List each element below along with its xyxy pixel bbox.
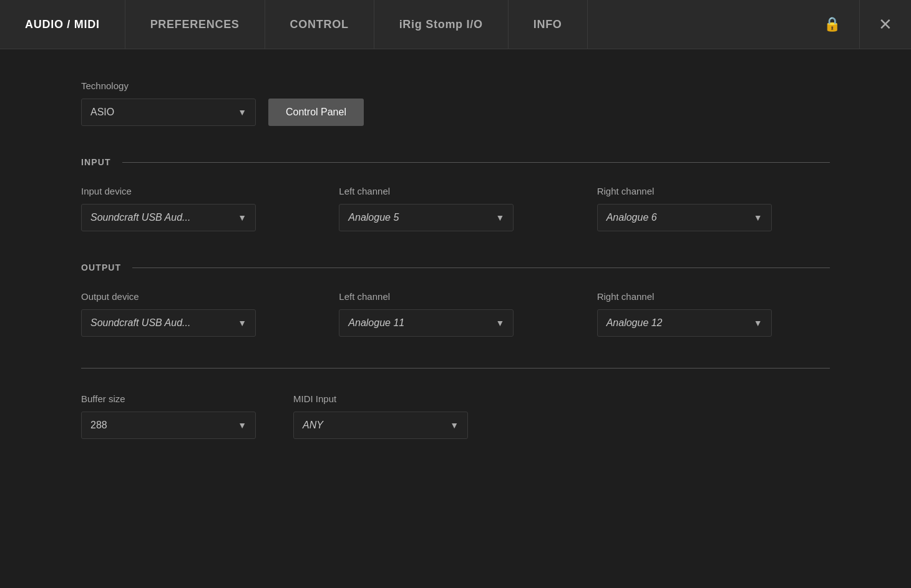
close-button[interactable]: ✕ — [859, 0, 911, 49]
midi-col: MIDI Input ANY ▼ — [293, 393, 468, 439]
tab-info[interactable]: INFO — [509, 0, 588, 49]
technology-value: ASIO — [90, 107, 114, 118]
output-right-channel-label: Right channel — [597, 291, 830, 302]
output-left-out-chevron-icon: ▼ — [495, 318, 504, 328]
input-left-channel-dropdown[interactable]: Analogue 5 ▼ — [339, 204, 514, 231]
output-left-channel-dropdown[interactable]: Analogue 11 ▼ — [339, 309, 514, 337]
tab-control[interactable]: CONTROL — [265, 0, 374, 49]
output-device-chevron-icon: ▼ — [238, 318, 246, 328]
technology-row: ASIO ▼ Control Panel — [81, 99, 830, 126]
input-device-value: Soundcraft USB Aud... — [90, 212, 190, 223]
input-left-chevron-icon: ▼ — [495, 213, 504, 223]
output-left-channel-label: Left channel — [339, 291, 572, 302]
buffer-value: 288 — [90, 420, 107, 431]
input-right-chevron-icon: ▼ — [754, 213, 762, 223]
output-section-label: OUTPUT — [81, 263, 121, 272]
input-right-channel-value: Analogue 6 — [607, 212, 657, 223]
midi-label: MIDI Input — [293, 393, 468, 404]
buffer-col: Buffer size 288 ▼ — [81, 393, 256, 439]
output-right-channel-value: Analogue 12 — [607, 317, 663, 329]
output-device-value: Soundcraft USB Aud... — [90, 317, 190, 329]
lock-icon[interactable]: 🔒 — [805, 0, 859, 49]
input-device-dropdown[interactable]: Soundcraft USB Aud... ▼ — [81, 204, 256, 231]
midi-chevron-icon: ▼ — [450, 420, 459, 430]
input-section-divider: INPUT — [81, 157, 830, 167]
output-device-row: Output device Soundcraft USB Aud... ▼ Le… — [81, 291, 830, 337]
output-device-col: Output device Soundcraft USB Aud... ▼ — [81, 291, 314, 337]
technology-dropdown[interactable]: ASIO ▼ — [81, 99, 256, 126]
output-divider-line — [132, 267, 830, 268]
midi-dropdown[interactable]: ANY ▼ — [293, 412, 468, 439]
input-section-label: INPUT — [81, 157, 111, 167]
midi-value: ANY — [303, 420, 323, 431]
buffer-label: Buffer size — [81, 393, 256, 404]
tab-preferences[interactable]: PREFERENCES — [125, 0, 265, 49]
input-right-channel-col: Right channel Analogue 6 ▼ — [597, 186, 830, 231]
tab-irig-stomp[interactable]: iRig Stomp I/O — [374, 0, 509, 49]
control-panel-button[interactable]: Control Panel — [268, 99, 364, 126]
input-left-channel-col: Left channel Analogue 5 ▼ — [339, 186, 572, 231]
output-section-divider: OUTPUT — [81, 263, 830, 272]
output-device-label: Output device — [81, 291, 314, 302]
bottom-divider — [81, 368, 830, 369]
input-device-label: Input device — [81, 186, 314, 196]
output-device-dropdown[interactable]: Soundcraft USB Aud... ▼ — [81, 309, 256, 337]
buffer-dropdown[interactable]: 288 ▼ — [81, 412, 256, 439]
buffer-chevron-icon: ▼ — [238, 420, 246, 430]
input-device-col: Input device Soundcraft USB Aud... ▼ — [81, 186, 314, 231]
input-right-channel-dropdown[interactable]: Analogue 6 ▼ — [597, 204, 772, 231]
input-left-channel-label: Left channel — [339, 186, 572, 196]
input-divider-line — [122, 162, 830, 163]
input-left-channel-value: Analogue 5 — [348, 212, 399, 223]
bottom-row: Buffer size 288 ▼ MIDI Input ANY ▼ — [81, 393, 830, 439]
technology-label: Technology — [81, 80, 830, 91]
main-content: Technology ASIO ▼ Control Panel INPUT In… — [0, 49, 911, 464]
output-right-out-chevron-icon: ▼ — [754, 318, 762, 328]
input-device-chevron-icon: ▼ — [238, 213, 246, 223]
technology-chevron-icon: ▼ — [238, 107, 246, 117]
output-right-channel-dropdown[interactable]: Analogue 12 ▼ — [597, 309, 772, 337]
output-right-channel-col: Right channel Analogue 12 ▼ — [597, 291, 830, 337]
output-left-channel-value: Analogue 11 — [348, 317, 404, 329]
output-left-channel-col: Left channel Analogue 11 ▼ — [339, 291, 572, 337]
tab-audio-midi[interactable]: AUDIO / MIDI — [0, 0, 125, 49]
input-right-channel-label: Right channel — [597, 186, 830, 196]
input-device-row: Input device Soundcraft USB Aud... ▼ Lef… — [81, 186, 830, 231]
topbar: AUDIO / MIDI PREFERENCES CONTROL iRig St… — [0, 0, 911, 49]
